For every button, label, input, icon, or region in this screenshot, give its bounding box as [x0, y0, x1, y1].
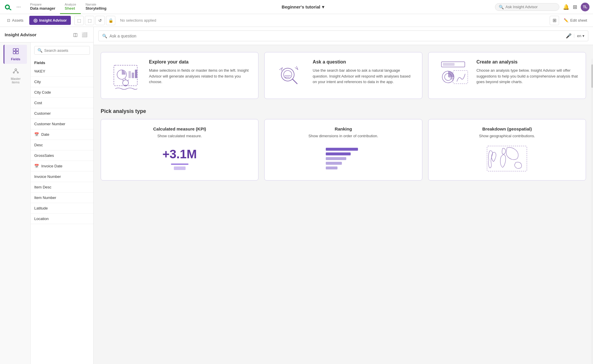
question-search-icon: 🔍	[102, 34, 107, 38]
field-list: %KEY City City Code Cost Customer	[31, 66, 93, 224]
toggle-sidebar-left[interactable]: ◫	[71, 30, 79, 39]
edit-sheet-button[interactable]: ✏️ Edit sheet	[561, 17, 589, 24]
kpi-card-title: Calculated measure (KPI)	[153, 126, 206, 131]
panel-tab-master-items[interactable]: Master items	[4, 64, 27, 87]
lang-chevron: ▾	[582, 34, 585, 38]
calendar-icon: 📅	[34, 132, 39, 137]
insight-advisor-icon: ◎	[33, 18, 37, 23]
assets-button[interactable]: ⊡ Assets	[4, 17, 27, 24]
fields-tab-label: Fields	[11, 57, 20, 61]
field-name: GrossSales	[34, 153, 54, 158]
svg-point-7	[15, 69, 17, 71]
user-avatar[interactable]: TL	[581, 3, 589, 11]
field-item[interactable]: %KEY	[31, 66, 93, 77]
no-selections-indicator: No selections applied	[120, 18, 156, 23]
notification-icon[interactable]: 🔔	[563, 4, 569, 10]
insight-advisor-button[interactable]: ◎ Insight Advisor	[29, 16, 71, 25]
ask-card-title: Ask a question	[313, 59, 415, 65]
lock-selections-icon[interactable]: 🔒	[106, 16, 115, 25]
field-item[interactable]: 📅 Date	[31, 129, 93, 140]
explore-card-icon	[108, 59, 143, 92]
field-item[interactable]: Item Desc	[31, 182, 93, 193]
svg-rect-5	[13, 51, 16, 54]
question-input-container[interactable]: 🔍 🎤 en ▾	[98, 30, 588, 41]
selection-icons: ⬚ ⬚ ↺ 🔒	[74, 16, 115, 25]
fields-section-label: Fields	[34, 58, 90, 66]
language-selector[interactable]: en ▾	[574, 34, 585, 38]
nav-tab-narrate[interactable]: Narrate Storytelling	[81, 0, 111, 14]
nav-tab-analyze-main: Sheet	[65, 6, 76, 11]
nav-tab-narrate-main: Storytelling	[85, 6, 107, 11]
ask-card-icon	[272, 59, 307, 92]
nav-tab-analyze-top: Analyze	[65, 3, 76, 6]
field-item[interactable]: Location	[31, 214, 93, 224]
field-item[interactable]: GrossSales	[31, 150, 93, 161]
nav-tab-analyze[interactable]: Analyze Sheet	[60, 0, 81, 14]
analysis-cards-row: Calculated measure (KPI) Show calculated…	[101, 119, 586, 181]
clear-selections-icon[interactable]: ↺	[95, 16, 105, 25]
insight-search-bar[interactable]: 🔍	[495, 3, 559, 11]
main-toolbar: ⊡ Assets ◎ Insight Advisor ⬚ ⬚ ↺ 🔒 No se…	[0, 14, 593, 27]
info-cards-row: Explore your data Make selections in fie…	[101, 52, 586, 99]
field-name: City	[34, 80, 41, 84]
grid-view-button[interactable]: ⊞	[550, 16, 559, 25]
kpi-analysis-card[interactable]: Calculated measure (KPI) Show calculated…	[101, 119, 258, 181]
insight-search-input[interactable]	[505, 5, 556, 9]
edit-sheet-label: Edit sheet	[570, 18, 587, 23]
field-item[interactable]: City Code	[31, 87, 93, 98]
nav-tab-prepare-main: Data manager	[30, 6, 55, 11]
rank-bar-3	[326, 157, 346, 160]
field-name: %KEY	[34, 69, 45, 73]
apps-grid-icon[interactable]: ⊞	[573, 4, 577, 10]
svg-line-2	[9, 8, 11, 10]
field-item[interactable]: Desc	[31, 140, 93, 150]
ranking-analysis-card[interactable]: Ranking Show dimensions in order of cont…	[264, 119, 422, 181]
field-name: Latitude	[34, 206, 48, 210]
svg-rect-4	[16, 49, 18, 51]
world-map-svg	[486, 145, 527, 172]
selection-forward-icon[interactable]: ⬚	[85, 16, 94, 25]
create-analysis-card[interactable]: Create an analysis Choose an analysis ty…	[428, 52, 586, 99]
field-item[interactable]: Customer	[31, 108, 93, 119]
field-item[interactable]: City	[31, 77, 93, 87]
nav-tab-prepare[interactable]: Prepare Data manager	[25, 0, 60, 14]
panel-tab-fields[interactable]: Fields	[4, 45, 27, 64]
calendar-icon: 📅	[34, 164, 39, 168]
field-item[interactable]: Invoice Number	[31, 171, 93, 182]
microphone-icon[interactable]: 🎤	[566, 33, 572, 39]
qlik-logo[interactable]	[4, 4, 14, 11]
create-card-icon	[436, 59, 471, 86]
search-assets-input[interactable]	[44, 48, 87, 53]
field-item[interactable]: Item Number	[31, 193, 93, 203]
kpi-number: +3.1M	[162, 147, 197, 161]
ask-question-card[interactable]: Ask a question Use the search bar above …	[264, 52, 422, 99]
language-code: en	[577, 34, 581, 38]
more-options-icon[interactable]: ···	[16, 4, 21, 10]
kpi-rect	[174, 166, 186, 170]
field-item[interactable]: Latitude	[31, 203, 93, 214]
no-selections-text: No selections applied	[120, 18, 156, 23]
main-layout: Insight Advisor ◫ ⬜	[0, 27, 593, 364]
explore-card[interactable]: Explore your data Make selections in fie…	[101, 52, 258, 99]
toggle-sidebar-right[interactable]: ⬜	[80, 30, 89, 39]
master-items-tab-icon	[12, 67, 19, 76]
rank-bar-1	[326, 148, 358, 151]
field-name: Item Number	[34, 195, 56, 200]
nav-tab-narrate-top: Narrate	[85, 3, 107, 6]
svg-rect-27	[453, 71, 468, 84]
search-assets-bar[interactable]: 🔍	[34, 46, 90, 55]
explore-card-desc: Make selections in fields or master item…	[149, 68, 251, 85]
top-navigation: ··· Prepare Data manager Analyze Sheet N…	[0, 0, 593, 14]
question-input[interactable]	[109, 34, 563, 38]
svg-line-10	[14, 71, 16, 72]
field-item[interactable]: Cost	[31, 98, 93, 108]
selection-back-icon[interactable]: ⬚	[74, 16, 84, 25]
field-item[interactable]: 📅 Invoice Date	[31, 161, 93, 171]
app-title[interactable]: Beginner's tutorial ▾	[282, 4, 324, 10]
field-item[interactable]: Customer Number	[31, 119, 93, 129]
ask-card-text: Ask a question Use the search bar above …	[313, 59, 415, 85]
sidebar-header: Insight Advisor ◫ ⬜	[0, 27, 93, 42]
ranking-card-visual	[272, 144, 415, 173]
nav-right: 🔍 🔔 ⊞ TL	[495, 3, 589, 11]
geospatial-analysis-card[interactable]: Breakdown (geospatial) Show geographical…	[428, 119, 586, 181]
